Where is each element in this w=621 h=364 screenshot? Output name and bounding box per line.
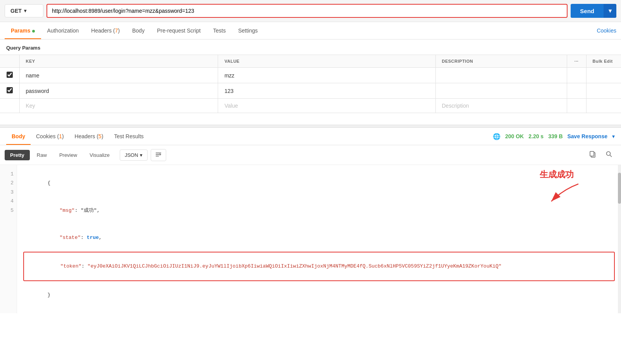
- format-raw-button[interactable]: Raw: [31, 150, 52, 160]
- tab-prerequest[interactable]: Pre-request Script: [151, 22, 207, 39]
- response-tab-body[interactable]: Body: [6, 128, 31, 145]
- svg-point-5: [607, 152, 611, 156]
- tab-body[interactable]: Body: [126, 22, 151, 39]
- param-name-check-cell: [0, 68, 19, 83]
- key-placeholder: Key: [26, 103, 35, 109]
- language-select[interactable]: JSON ▾: [120, 149, 148, 161]
- param-password-check-cell: [0, 83, 19, 99]
- tab-settings[interactable]: Settings: [232, 22, 264, 39]
- language-chevron-icon: ▾: [140, 152, 143, 158]
- json-val-token: "eyJ0eXAiOiJKV1QiLCJhbGciOiJIUzI1NiJ9.ey…: [88, 263, 502, 269]
- json-val-state: true: [87, 235, 99, 240]
- th-key: KEY: [19, 55, 218, 68]
- response-tab-bar: Body Cookies (1) Headers (5) Test Result…: [0, 128, 621, 145]
- response-tab-headers[interactable]: Headers (5): [69, 128, 109, 145]
- send-label: Send: [571, 4, 604, 18]
- param-empty-key[interactable]: Key: [19, 99, 218, 113]
- param-row-name: name mzz: [0, 68, 621, 83]
- response-tab-cookies[interactable]: Cookies (1): [31, 128, 69, 145]
- tab-params[interactable]: Params: [5, 22, 41, 39]
- json-indent-4: [48, 263, 60, 269]
- param-password-key[interactable]: password: [19, 83, 218, 99]
- response-size: 339 B: [548, 133, 563, 139]
- scrollbar-thumb[interactable]: [618, 173, 621, 204]
- json-line-2: "msg": "成功",: [23, 197, 615, 224]
- param-name-checkbox[interactable]: [7, 72, 13, 78]
- search-button[interactable]: [602, 148, 616, 161]
- wrap-button[interactable]: [151, 149, 166, 161]
- format-preview-button[interactable]: Preview: [54, 150, 83, 160]
- copy-icon: [589, 151, 596, 158]
- th-bulk-edit[interactable]: Bulk Edit: [586, 55, 621, 68]
- th-check: [0, 55, 19, 68]
- svg-line-6: [610, 155, 612, 157]
- search-icon: [606, 151, 612, 158]
- request-tab-bar: Params Authorization Headers (7) Body Pr…: [0, 22, 621, 39]
- format-pretty-button[interactable]: Pretty: [5, 150, 30, 160]
- description-placeholder: Description: [442, 103, 469, 109]
- language-label: JSON: [125, 152, 138, 158]
- param-name-description[interactable]: [435, 68, 567, 83]
- line-num-4: 4: [3, 197, 14, 206]
- json-comma-2: ,: [97, 208, 100, 213]
- json-colon-4: :: [81, 263, 88, 269]
- open-brace: {: [47, 180, 50, 186]
- params-dot: [32, 30, 35, 33]
- param-password-bulk: [586, 83, 621, 99]
- json-line-1: {: [23, 170, 615, 197]
- query-params-header: Query Params: [0, 39, 621, 55]
- save-response-button[interactable]: Save Response: [568, 133, 608, 139]
- copy-button[interactable]: [585, 148, 600, 161]
- url-input-wrapper: [46, 4, 568, 18]
- json-comma-3: ,: [99, 235, 102, 240]
- json-key-msg: "msg": [60, 208, 75, 213]
- response-time: 2.20 s: [528, 133, 544, 139]
- param-empty-more: [567, 99, 586, 113]
- param-password-description[interactable]: [435, 83, 567, 99]
- param-empty-value[interactable]: Value: [218, 99, 435, 113]
- scrollbar-track[interactable]: [618, 165, 621, 313]
- save-response-chevron[interactable]: ▾: [612, 133, 615, 139]
- param-password-value[interactable]: 123: [218, 83, 435, 99]
- method-chevron-icon: ▾: [24, 8, 26, 14]
- send-button[interactable]: Send ▾: [571, 4, 616, 18]
- cookies-link[interactable]: Cookies: [597, 22, 616, 39]
- json-key-token: "token": [60, 263, 82, 269]
- param-name-value[interactable]: mzz: [218, 68, 435, 83]
- th-more: ···: [567, 55, 586, 68]
- tab-headers[interactable]: Headers (7): [85, 22, 126, 39]
- param-password-checkbox[interactable]: [7, 87, 13, 93]
- th-value: VALUE: [218, 55, 435, 68]
- json-indent-3: [47, 235, 59, 240]
- response-status-bar: 🌐 200 OK 2.20 s 339 B Save Response ▾: [493, 133, 615, 140]
- json-indent-2: [47, 208, 59, 213]
- param-name-bulk: [586, 68, 621, 83]
- tab-authorization[interactable]: Authorization: [41, 22, 85, 39]
- section-divider: [0, 125, 621, 128]
- json-colon-3: :: [81, 235, 87, 240]
- method-label: GET: [10, 8, 22, 14]
- svg-rect-4: [590, 151, 594, 156]
- param-empty-description[interactable]: Description: [435, 99, 567, 113]
- response-tab-test-results[interactable]: Test Results: [109, 128, 149, 145]
- format-bar: Pretty Raw Preview Visualize JSON ▾: [0, 145, 621, 165]
- param-name-more: [567, 68, 586, 83]
- tab-tests[interactable]: Tests: [207, 22, 232, 39]
- th-description: DESCRIPTION: [435, 55, 567, 68]
- json-line-5: }: [23, 282, 615, 309]
- param-row-password: password 123: [0, 83, 621, 99]
- status-code: 200 OK: [505, 133, 524, 139]
- url-bar: GET ▾ Send ▾: [0, 0, 621, 22]
- value-placeholder: Value: [224, 103, 238, 109]
- line-num-5: 5: [3, 206, 14, 215]
- json-val-msg: "成功": [81, 208, 97, 213]
- format-visualize-button[interactable]: Visualize: [84, 150, 115, 160]
- param-password-more: [567, 83, 586, 99]
- method-select[interactable]: GET ▾: [5, 4, 43, 17]
- send-dropdown-icon[interactable]: ▾: [604, 4, 616, 18]
- wrap-icon: [155, 152, 162, 157]
- param-name-key[interactable]: name: [19, 68, 218, 83]
- json-colon-2: :: [75, 208, 81, 213]
- json-key-state: "state": [60, 235, 81, 240]
- url-input[interactable]: [47, 5, 567, 17]
